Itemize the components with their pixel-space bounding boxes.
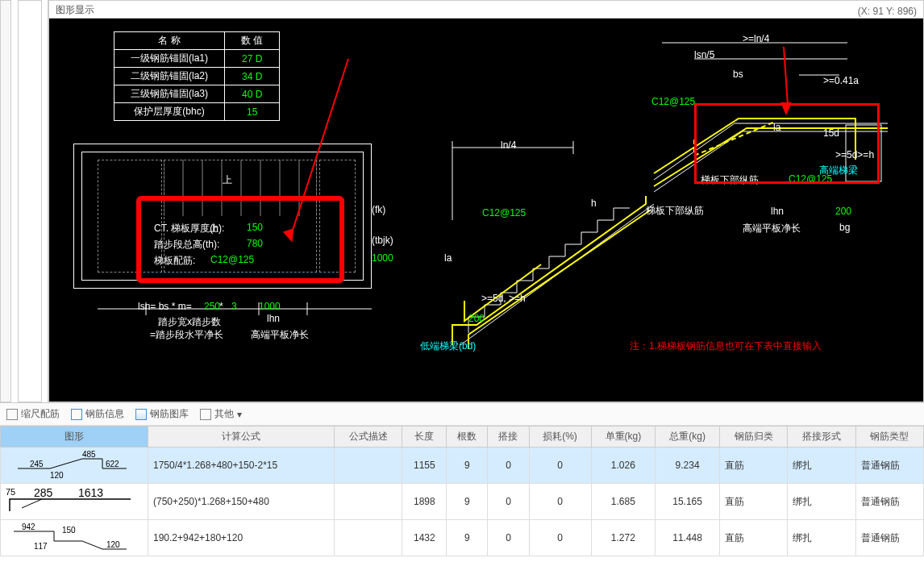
- param-header-value: 数 值: [225, 32, 280, 50]
- ruler-icon: [6, 409, 18, 420]
- dropdown-icon: ▾: [237, 409, 242, 420]
- stair-section: [420, 123, 678, 349]
- svg-text:75: 75: [6, 487, 15, 497]
- panel-title: 图形显示: [56, 4, 94, 15]
- svg-text:120: 120: [106, 540, 120, 549]
- cursor-coordinates: (X: 91 Y: 896): [858, 2, 917, 20]
- svg-text:285: 285: [34, 487, 53, 499]
- other-icon: [200, 409, 211, 420]
- col-length[interactable]: 长度: [402, 427, 447, 448]
- svg-text:622: 622: [106, 460, 119, 468]
- shape-cell: 245 485 622 120: [1, 448, 148, 484]
- col-type[interactable]: 钢筋类型: [855, 427, 923, 448]
- col-lap[interactable]: 搭接: [488, 427, 529, 448]
- rebar-info-button[interactable]: 钢筋信息: [71, 407, 124, 421]
- col-loss[interactable]: 损耗(%): [529, 427, 591, 448]
- col-uw[interactable]: 单重(kg): [591, 427, 656, 448]
- user-redbox-right: [694, 103, 880, 184]
- parameter-table: 名 称 数 值 一级钢筋锚固(la1)27 D 二级钢筋锚固(la2)34 D …: [114, 31, 280, 121]
- user-redbox-left: [136, 196, 344, 283]
- grid-header-row: 图形 计算公式 公式描述 长度 根数 搭接 损耗(%) 单重(kg) 总重(kg…: [1, 427, 924, 448]
- cad-canvas[interactable]: 名 称 数 值 一级钢筋锚固(la1)27 D 二级钢筋锚固(la2)34 D …: [49, 19, 923, 402]
- other-button[interactable]: 其他 ▾: [200, 407, 242, 421]
- svg-text:1613: 1613: [78, 487, 103, 499]
- rebar-library-button[interactable]: 钢筋图库: [135, 407, 189, 421]
- svg-text:120: 120: [50, 471, 64, 480]
- param-header-name: 名 称: [114, 32, 225, 50]
- shape-cell: 942 150 117 120: [1, 520, 148, 556]
- table-row[interactable]: 942 150 117 120 190.2+942+180+120 1432 9…: [1, 520, 924, 556]
- drawing-panel: 图形显示 (X: 91 Y: 896) 名 称 数 值 一级钢筋锚固(la1)2…: [48, 0, 924, 402]
- col-tw[interactable]: 总重(kg): [656, 427, 720, 448]
- col-shape[interactable]: 图形: [1, 427, 148, 448]
- svg-text:485: 485: [82, 451, 96, 459]
- page-icon: [71, 409, 82, 420]
- svg-text:245: 245: [30, 460, 44, 468]
- col-lapform[interactable]: 搭接形式: [788, 427, 855, 448]
- shape-cell: 75 285 1613: [1, 484, 148, 520]
- col-count[interactable]: 根数: [447, 427, 488, 448]
- result-grid[interactable]: 图形 计算公式 公式描述 长度 根数 搭接 损耗(%) 单重(kg) 总重(kg…: [0, 426, 924, 562]
- scale-rebar-button[interactable]: 缩尺配筋: [6, 407, 60, 421]
- rebar-toolbar: 缩尺配筋 钢筋信息 钢筋图库 其他 ▾: [0, 403, 924, 426]
- library-icon: [135, 409, 147, 420]
- col-cat[interactable]: 钢筋归类: [719, 427, 787, 448]
- svg-text:942: 942: [22, 523, 35, 531]
- svg-text:150: 150: [62, 526, 76, 535]
- col-formula[interactable]: 计算公式: [148, 427, 335, 448]
- col-desc[interactable]: 公式描述: [335, 427, 402, 448]
- collapsed-side-panels: [0, 0, 48, 402]
- table-row[interactable]: 75 285 1613 (750+250)*1.268+150+480 1898…: [1, 484, 924, 520]
- table-row[interactable]: 245 485 622 120 1750/4*1.268+480+150-2*1…: [1, 448, 924, 484]
- svg-text:117: 117: [34, 542, 48, 551]
